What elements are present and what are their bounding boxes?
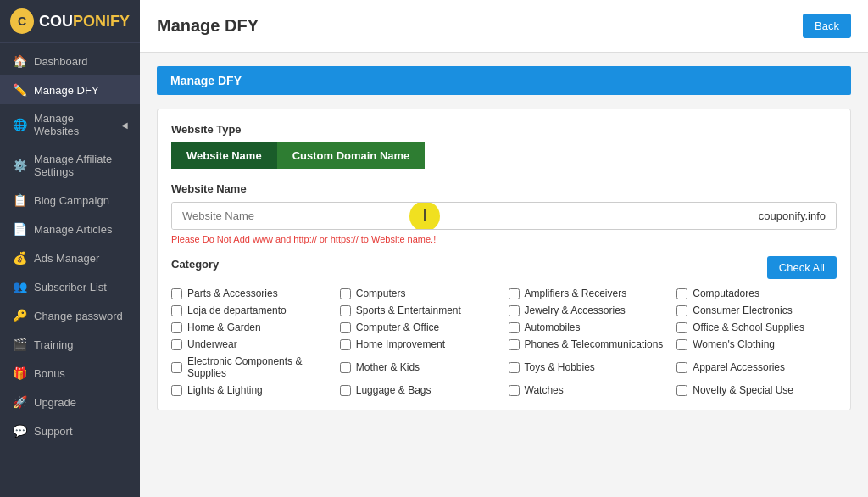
support-icon: 💬 bbox=[12, 424, 27, 438]
sidebar-item-manage-websites[interactable]: 🌐 Manage Websites ◀ bbox=[0, 104, 140, 145]
category-checkbox-12[interactable] bbox=[171, 339, 182, 350]
logo-area: C COUPONIFY bbox=[0, 0, 140, 43]
category-checkbox-0[interactable] bbox=[171, 288, 182, 299]
sidebar-item-blog-campaign[interactable]: 📋 Blog Campaign bbox=[0, 186, 140, 215]
website-name-warning: Please Do Not Add www and http:// or htt… bbox=[171, 234, 837, 244]
logo-text: COUPONIFY bbox=[39, 13, 130, 31]
manage-articles-icon: 📄 bbox=[12, 222, 27, 236]
upgrade-icon: 🚀 bbox=[12, 395, 27, 409]
list-item: Toys & Hobbies bbox=[509, 355, 669, 379]
category-grid: Parts & Accessories Computers Amplifiers… bbox=[171, 288, 837, 396]
sidebar-label-manage-dfy: Manage DFY bbox=[34, 84, 99, 97]
list-item: Jewelry & Accessories bbox=[509, 304, 669, 316]
list-item: Luggage & Bags bbox=[340, 384, 500, 396]
sidebar-label-blog-campaign: Blog Campaign bbox=[34, 194, 109, 207]
category-label-22: Watches bbox=[525, 384, 564, 396]
sidebar-label-training: Training bbox=[34, 338, 73, 351]
category-checkbox-11[interactable] bbox=[676, 322, 687, 333]
blog-campaign-icon: 📋 bbox=[12, 193, 27, 207]
category-label-6: Jewelry & Accessories bbox=[525, 304, 626, 316]
category-label-15: Women's Clothing bbox=[693, 338, 775, 350]
category-checkbox-4[interactable] bbox=[171, 305, 182, 316]
category-label-21: Luggage & Bags bbox=[356, 384, 431, 396]
category-checkbox-6[interactable] bbox=[509, 305, 520, 316]
list-item: Lights & Lighting bbox=[171, 384, 331, 396]
website-name-label: Website Name bbox=[171, 182, 837, 195]
chevron-manage-websites: ◀ bbox=[121, 120, 128, 130]
list-item: Mother & Kids bbox=[340, 355, 500, 379]
category-label-16: Electronic Components & Supplies bbox=[187, 355, 331, 379]
website-type-label: Website Type bbox=[171, 123, 837, 136]
list-item: Apparel Accessories bbox=[676, 355, 837, 379]
category-checkbox-2[interactable] bbox=[509, 288, 520, 299]
category-checkbox-20[interactable] bbox=[171, 385, 182, 396]
category-checkbox-22[interactable] bbox=[509, 385, 520, 396]
sidebar-item-change-password[interactable]: 🔑 Change password bbox=[0, 301, 140, 330]
sidebar-item-upgrade[interactable]: 🚀 Upgrade bbox=[0, 388, 140, 416]
category-label-9: Computer & Office bbox=[356, 321, 439, 333]
category-checkbox-17[interactable] bbox=[340, 362, 351, 373]
category-checkbox-18[interactable] bbox=[509, 362, 520, 373]
category-checkbox-13[interactable] bbox=[340, 339, 351, 350]
list-item: Computadores bbox=[676, 288, 837, 299]
category-label-7: Consumer Electronics bbox=[693, 304, 792, 316]
custom-domain-button[interactable]: Custom Domain Name bbox=[277, 142, 426, 169]
website-name-button[interactable]: Website Name bbox=[171, 142, 277, 169]
website-suffix: couponify.info bbox=[748, 203, 836, 229]
list-item: Home & Garden bbox=[171, 321, 331, 333]
sidebar-item-subscriber-list[interactable]: 👥 Subscriber List bbox=[0, 272, 140, 301]
category-checkbox-1[interactable] bbox=[340, 288, 351, 299]
category-checkbox-9[interactable] bbox=[340, 322, 351, 333]
subscriber-list-icon: 👥 bbox=[12, 280, 27, 293]
category-header: Category Check All bbox=[171, 256, 837, 279]
sidebar-label-subscriber-list: Subscriber List bbox=[34, 281, 107, 293]
category-checkbox-23[interactable] bbox=[676, 385, 687, 396]
list-item: Underwear bbox=[171, 338, 331, 350]
category-checkbox-10[interactable] bbox=[509, 322, 520, 333]
category-label-19: Apparel Accessories bbox=[693, 361, 785, 373]
list-item: Automobiles bbox=[509, 321, 669, 333]
back-button[interactable]: Back bbox=[803, 14, 851, 38]
sidebar-item-support[interactable]: 💬 Support bbox=[0, 416, 140, 445]
list-item: Phones & Telecommunications bbox=[509, 338, 669, 350]
category-checkbox-14[interactable] bbox=[509, 339, 520, 350]
list-item: Home Improvement bbox=[340, 338, 500, 350]
category-label-11: Office & School Supplies bbox=[693, 321, 804, 333]
category-checkbox-15[interactable] bbox=[676, 339, 687, 350]
list-item: Women's Clothing bbox=[676, 338, 837, 350]
check-all-button[interactable]: Check All bbox=[767, 256, 837, 279]
list-item: Computers bbox=[340, 288, 500, 299]
sidebar-item-dashboard[interactable]: 🏠 Dashboard bbox=[0, 47, 140, 75]
ads-manager-icon: 💰 bbox=[12, 251, 27, 265]
category-label-3: Computadores bbox=[693, 288, 760, 299]
type-buttons: Website Name Custom Domain Name bbox=[171, 142, 837, 169]
change-password-icon: 🔑 bbox=[12, 309, 27, 322]
sidebar-item-training[interactable]: 🎬 Training bbox=[0, 330, 140, 359]
list-item: Computer & Office bbox=[340, 321, 500, 333]
sidebar-label-manage-articles: Manage Articles bbox=[34, 223, 113, 236]
sidebar-item-ads-manager[interactable]: 💰 Ads Manager bbox=[0, 243, 140, 272]
manage-websites-icon: 🌐 bbox=[12, 118, 27, 131]
category-checkbox-21[interactable] bbox=[340, 385, 351, 396]
category-label-1: Computers bbox=[356, 288, 406, 299]
manage-dfy-icon: ✏️ bbox=[12, 83, 27, 97]
sidebar-label-ads-manager: Ads Manager bbox=[34, 252, 99, 265]
sidebar-item-manage-articles[interactable]: 📄 Manage Articles bbox=[0, 215, 140, 243]
sidebar-item-manage-dfy[interactable]: ✏️ Manage DFY bbox=[0, 75, 140, 104]
category-label-8: Home & Garden bbox=[187, 321, 261, 333]
sidebar-item-manage-affiliate-settings[interactable]: ⚙️ Manage Affiliate Settings bbox=[0, 145, 140, 186]
category-checkbox-7[interactable] bbox=[676, 305, 687, 316]
category-checkbox-3[interactable] bbox=[676, 288, 687, 299]
category-checkbox-16[interactable] bbox=[171, 362, 182, 373]
sidebar-item-bonus[interactable]: 🎁 Bonus bbox=[0, 359, 140, 388]
dashboard-icon: 🏠 bbox=[12, 54, 27, 68]
category-label-17: Mother & Kids bbox=[356, 361, 420, 373]
category-checkbox-8[interactable] bbox=[171, 322, 182, 333]
sidebar-label-support: Support bbox=[34, 425, 73, 438]
category-checkbox-5[interactable] bbox=[340, 305, 351, 316]
category-label-2: Amplifiers & Receivers bbox=[525, 288, 627, 299]
category-label: Category bbox=[171, 258, 219, 271]
category-checkbox-19[interactable] bbox=[676, 362, 687, 373]
sidebar-label-change-password: Change password bbox=[34, 310, 123, 322]
website-name-input[interactable] bbox=[172, 203, 748, 229]
